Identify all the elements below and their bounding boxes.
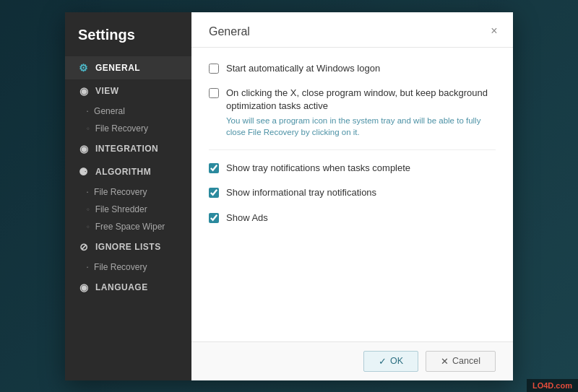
content-footer: ✓ OK ✕ Cancel — [191, 341, 513, 380]
checkbox-item-auto-start: Start automatically at Windows logon — [209, 62, 496, 75]
subitem-label-alg-free-space: Free Space Wiper — [95, 222, 165, 232]
divider — [209, 149, 496, 150]
settings-dialog: Settings ⚙ GENERAL ◉ VIEW • General ○ Fi… — [65, 12, 513, 380]
checkbox-label-show-ads: Show Ads — [226, 212, 268, 225]
checkbox-auto-start[interactable] — [209, 64, 219, 74]
checkbox-item-tray-notifications: Show tray notifications when tasks compl… — [209, 162, 496, 175]
bullet-icon: ○ — [87, 207, 90, 212]
close-button[interactable]: × — [486, 22, 503, 40]
bullet-icon: ○ — [87, 126, 90, 131]
checkbox-sub-label-close-background: You will see a program icon in the syste… — [226, 115, 496, 138]
sidebar-subitem-ignore-file-recovery[interactable]: • File Recovery — [65, 258, 191, 276]
sidebar-subitem-alg-file-shredder[interactable]: ○ File Shredder — [65, 201, 191, 218]
watermark-suffix: .com — [553, 381, 572, 390]
checkbox-main-label-close-background: On clicking the X, close program window,… — [226, 87, 496, 113]
sidebar-item-label-ignore-lists: IGNORE LISTS — [95, 242, 161, 252]
sidebar-subitem-alg-free-space[interactable]: ○ Free Space Wiper — [65, 218, 191, 235]
algorithm-icon: ⚈ — [78, 166, 90, 178]
sidebar-item-label-language: LANGUAGE — [95, 282, 148, 292]
content-body: Start automatically at Windows logonOn c… — [191, 48, 513, 341]
checkbox-close-background[interactable] — [209, 88, 219, 98]
content-area: General × Start automatically at Windows… — [191, 12, 513, 380]
checkbox-main-label-show-ads: Show Ads — [226, 212, 268, 225]
modal-overlay: Settings ⚙ GENERAL ◉ VIEW • General ○ Fi… — [0, 0, 578, 392]
checkbox-main-label-auto-start: Start automatically at Windows logon — [226, 62, 380, 75]
checkbox-label-tray-notifications: Show tray notifications when tasks compl… — [226, 162, 410, 175]
checkbox-label-close-background: On clicking the X, close program window,… — [226, 87, 496, 139]
cancel-icon: ✕ — [441, 356, 449, 367]
bullet-icon: • — [87, 265, 88, 269]
view-icon: ◉ — [78, 85, 90, 97]
subitem-label-view-file-recovery: File Recovery — [95, 123, 148, 134]
ok-icon: ✓ — [379, 356, 387, 367]
sidebar-subitem-alg-file-recovery[interactable]: • File Recovery — [65, 183, 191, 201]
bullet-icon: ○ — [87, 225, 90, 229]
checkbox-label-auto-start: Start automatically at Windows logon — [226, 62, 380, 75]
sidebar-section: ⚙ GENERAL ◉ VIEW • General ○ File Recove… — [65, 56, 191, 299]
sidebar-item-general[interactable]: ⚙ GENERAL — [65, 56, 191, 79]
checkbox-item-show-ads: Show Ads — [209, 212, 496, 225]
checkbox-main-label-info-notifications: Show informational tray notifications — [226, 186, 376, 199]
subitem-label-alg-file-recovery: File Recovery — [94, 187, 147, 197]
checkbox-item-close-background: On clicking the X, close program window,… — [209, 87, 496, 139]
bullet-icon: • — [87, 190, 88, 194]
sidebar-title: Settings — [65, 12, 191, 56]
checkbox-label-info-notifications: Show informational tray notifications — [226, 186, 376, 199]
cancel-button[interactable]: ✕ Cancel — [426, 351, 496, 372]
sidebar-item-label-integration: INTEGRATION — [95, 144, 158, 154]
subitem-label-view-general: General — [94, 106, 125, 116]
sidebar-item-view[interactable]: ◉ VIEW — [65, 79, 191, 103]
sidebar-item-label-general: GENERAL — [95, 63, 140, 73]
content-header: General × — [191, 12, 513, 48]
sidebar-subitem-view-file-recovery[interactable]: ○ File Recovery — [65, 120, 191, 137]
checkbox-info-notifications[interactable] — [209, 188, 219, 198]
watermark-text: LO4D — [532, 381, 553, 390]
subitem-label-ignore-file-recovery: File Recovery — [94, 262, 147, 272]
language-icon: ◉ — [78, 282, 90, 293]
bullet-icon: • — [87, 109, 88, 113]
sidebar-subitem-view-general[interactable]: • General — [65, 103, 191, 120]
general-icon: ⚙ — [78, 62, 90, 74]
checkbox-main-label-tray-notifications: Show tray notifications when tasks compl… — [226, 162, 410, 175]
cancel-label: Cancel — [452, 356, 480, 366]
checkbox-show-ads[interactable] — [209, 213, 219, 223]
watermark: LO4D.com — [527, 379, 578, 392]
sidebar-item-label-view: VIEW — [95, 86, 119, 96]
sidebar-item-integration[interactable]: ◉ INTEGRATION — [65, 137, 191, 160]
sidebar-item-label-algorithm: ALGORITHM — [95, 167, 151, 177]
content-title: General — [209, 25, 250, 38]
settings-sidebar: Settings ⚙ GENERAL ◉ VIEW • General ○ Fi… — [65, 12, 191, 380]
ignore-lists-icon: ⊘ — [78, 241, 90, 253]
sidebar-item-ignore-lists[interactable]: ⊘ IGNORE LISTS — [65, 235, 191, 258]
checkbox-item-info-notifications: Show informational tray notifications — [209, 186, 496, 199]
subitem-label-alg-file-shredder: File Shredder — [95, 204, 147, 214]
ok-label: OK — [390, 356, 403, 366]
sidebar-item-language[interactable]: ◉ LANGUAGE — [65, 276, 191, 299]
ok-button[interactable]: ✓ OK — [363, 351, 418, 372]
sidebar-item-algorithm[interactable]: ⚈ ALGORITHM — [65, 160, 191, 183]
integration-icon: ◉ — [78, 143, 90, 154]
checkbox-tray-notifications[interactable] — [209, 163, 219, 173]
